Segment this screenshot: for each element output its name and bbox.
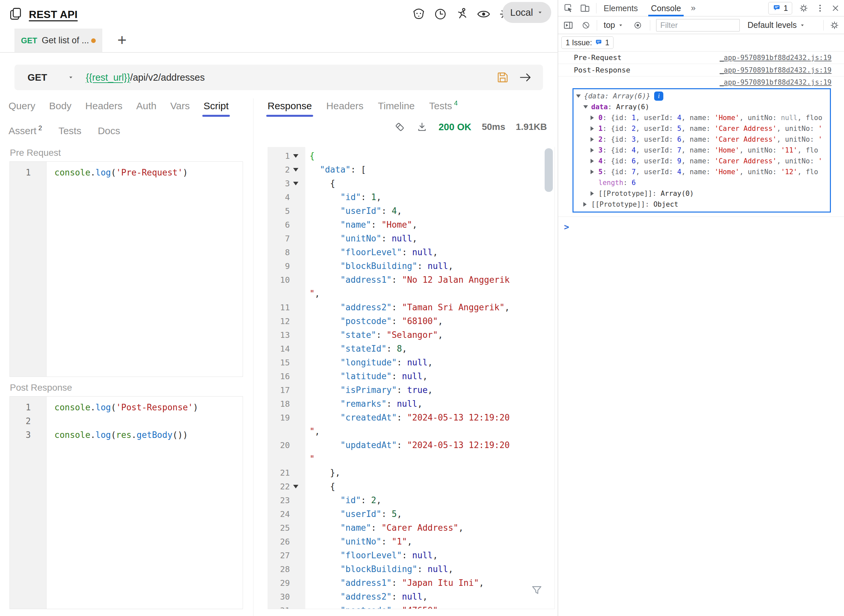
code-token: : { [603,125,615,132]
method-selector[interactable]: GET [28,72,47,83]
code-line[interactable]: console.log(res.getBody()) [47,430,188,440]
collapse-arrow-icon[interactable] [293,168,298,172]
tab-console[interactable]: Console [651,0,681,16]
response-tab-tests[interactable]: Tests4 [429,100,458,111]
code-token: "userId" [340,206,381,216]
code-token: ' [818,135,822,143]
clear-response-icon[interactable] [394,121,406,133]
code-line[interactable]: console.log('Post-Response') [47,402,198,412]
code-token: , [377,192,382,202]
clear-console-icon[interactable] [581,21,591,30]
download-response-icon[interactable] [416,121,428,133]
code-token: 1 [598,125,603,132]
line-number: 13 [268,330,290,340]
request-subtab-tests[interactable]: Tests [59,125,81,136]
console-filter-input[interactable] [656,19,740,31]
tab-elements[interactable]: Elements [604,0,638,16]
triangle-right-icon[interactable] [591,126,594,131]
dog-icon[interactable] [412,7,426,21]
line-number: 11 [268,303,290,312]
send-request-icon[interactable] [518,70,533,84]
pane-divider [253,98,253,616]
triangle-right-icon[interactable] [591,116,594,120]
response-scrollbar[interactable] [545,148,553,192]
code-token: , [412,220,418,230]
request-tab[interactable]: GET Get list of ... [15,29,102,53]
source-link[interactable]: _app-9570891bf88d2432.js:19 [720,66,832,74]
line-number: 20 [268,440,290,450]
code-line: "name": "Carer Address", [309,523,464,533]
inspect-element-icon[interactable] [563,3,574,13]
triangle-right-icon[interactable] [591,159,594,163]
response-json-line: " [268,452,555,466]
triangle-right-icon[interactable] [583,202,587,207]
filter-response-icon[interactable] [530,584,544,598]
console-settings-icon[interactable] [829,21,840,30]
code-token: "address1" [340,578,392,588]
line-number: 10 [268,275,290,285]
source-link[interactable]: _app-9570891bf88d2432.js:19 [720,78,832,86]
triangle-down-icon[interactable] [576,94,581,98]
close-devtools-icon[interactable] [831,4,840,13]
code-token: : [623,179,632,187]
request-subtab-docs[interactable]: Docs [98,125,120,136]
clock-icon[interactable] [434,7,447,21]
console-prompt[interactable]: > [558,217,844,232]
triangle-right-icon[interactable] [591,170,594,174]
device-toolbar-icon[interactable] [580,3,590,13]
url-input[interactable]: {{rest_url}}/api/v2/addresses [86,72,205,83]
response-tab-timeline[interactable]: Timeline [378,100,415,111]
response-json-line: 13 "state": "Selangor", [268,328,555,342]
eye-icon[interactable] [477,7,491,21]
code-token: "No 12 Jalan Anggerik [402,275,510,285]
issues-counter-button[interactable]: 1 [768,2,792,15]
code-token: "name" [340,220,371,230]
issues-count: 1 [784,4,788,13]
console-sidebar-icon[interactable] [563,20,574,31]
request-tab-query[interactable]: Query [9,100,35,111]
collapse-arrow-icon[interactable] [293,154,298,158]
code-token: ( [111,402,116,412]
request-tab-vars[interactable]: Vars [170,100,189,111]
response-tab-response[interactable]: Response [268,100,312,111]
request-tab-body[interactable]: Body [49,100,72,111]
code-token [309,385,340,395]
request-tab-auth[interactable]: Auth [136,100,157,111]
request-tab-headers[interactable]: Headers [85,100,122,111]
triangle-right-icon[interactable] [591,148,594,153]
pre-request-editor[interactable]: 1console.log('Pre-Request') [10,161,243,377]
code-line: "stateId": 8, [309,344,407,353]
live-expression-icon[interactable] [633,21,643,30]
request-tab-script[interactable]: Script [204,100,229,111]
collection-icon[interactable] [9,7,23,21]
log-levels-selector[interactable]: Default levels [747,21,805,30]
code-token: null [397,399,418,409]
disclosure-cell [591,116,598,120]
response-tab-headers[interactable]: Headers [326,100,363,111]
info-badge-icon[interactable]: i [654,91,663,101]
triangle-down-icon[interactable] [583,105,588,109]
divider [596,3,596,13]
collapse-arrow-icon[interactable] [293,182,298,185]
post-response-line: 1console.log('Post-Response') [10,400,243,414]
more-tabs-button[interactable]: » [691,3,696,13]
devtools-settings-icon[interactable] [799,3,809,13]
devtools-menu-icon[interactable] [815,3,825,13]
collapse-arrow-icon[interactable] [293,485,298,488]
request-subtab-assert[interactable]: Assert2 [9,125,42,136]
triangle-right-icon[interactable] [591,137,594,142]
environment-selector[interactable]: Local [502,2,551,23]
triangle-right-icon[interactable] [591,191,594,196]
method-caret-icon[interactable] [67,74,74,81]
save-icon[interactable] [496,70,510,84]
issue-pill-button[interactable]: 1 Issue: 1 [561,37,614,49]
post-response-editor[interactable]: 1console.log('Post-Response')23console.l… [10,396,243,609]
code-line[interactable]: console.log('Pre-Request') [47,168,188,177]
source-link[interactable]: _app-9570891bf88d2432.js:19 [720,54,832,62]
code-token: id: [615,125,632,132]
new-tab-button[interactable]: + [117,31,127,49]
code-token: null [412,247,433,257]
collection-title[interactable]: REST API [29,9,78,21]
context-selector[interactable]: top [604,21,624,30]
runner-icon[interactable] [455,7,469,21]
